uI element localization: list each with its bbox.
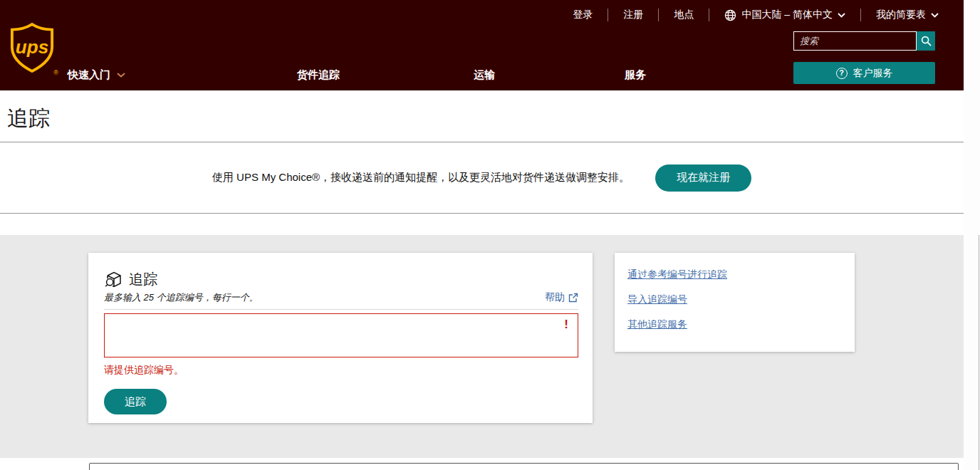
site-header: ups ® 登录 注册 地点 中国大陆 – 简体中文 — [0, 0, 964, 90]
register-link[interactable]: 注册 — [623, 9, 643, 21]
chevron-down-icon — [838, 13, 845, 18]
locations-link[interactable]: 地点 — [674, 9, 694, 21]
tracking-card-subrow: 最多输入 25 个追踪编号，每行一个。 帮助 — [104, 291, 578, 304]
title-band: 追踪 — [0, 90, 964, 142]
scrollbar-track[interactable] — [964, 0, 980, 470]
registered-mark: ® — [53, 69, 58, 76]
exclamation-icon: ! — [564, 318, 568, 332]
tracking-card: 追踪 最多输入 25 个追踪编号，每行一个。 帮助 — [88, 253, 593, 423]
import-tracking-numbers-link[interactable]: 导入追踪编号 — [627, 293, 842, 306]
search-icon — [921, 36, 932, 46]
language-label: 中国大陆 – 简体中文 — [741, 9, 833, 21]
globe-icon — [724, 9, 736, 21]
error-message: 请提供追踪编号。 — [104, 364, 578, 377]
page: ups ® 登录 注册 地点 中国大陆 – 简体中文 — [0, 0, 964, 470]
tracking-numbers-textarea[interactable] — [104, 313, 578, 357]
customer-service-label: 客户服务 — [853, 67, 893, 80]
tracking-card-subtitle: 最多输入 25 个追踪编号，每行一个。 — [104, 291, 259, 304]
locations-label: 地点 — [674, 9, 694, 21]
nav-services[interactable]: 服务 — [625, 68, 646, 82]
divider — [608, 9, 608, 21]
signup-now-button[interactable]: 现在就注册 — [655, 164, 751, 192]
nav-tracking[interactable]: 货件追踪 — [297, 68, 340, 82]
banner-text: 使用 UPS My Choice®，接收递送前的通知提醒，以及更灵活地对货件递送… — [212, 171, 630, 184]
nav-quick-start-label: 快速入门 — [68, 68, 110, 82]
scrollbar-edge-line — [979, 235, 979, 470]
external-link-icon — [568, 293, 578, 303]
track-by-reference-link[interactable]: 通过参考编号进行追踪 — [627, 268, 842, 281]
mychoice-banner: 使用 UPS My Choice®，接收递送前的通知提醒，以及更灵活地对货件递送… — [0, 142, 964, 214]
profile-label: 我的简要表 — [876, 9, 926, 21]
tracking-section: 追踪 最多输入 25 个追踪编号，每行一个。 帮助 — [0, 235, 964, 458]
tracking-card-title: 追踪 — [129, 270, 157, 289]
ups-logo[interactable]: ups ® — [10, 22, 57, 76]
track-button[interactable]: 追踪 — [104, 389, 167, 414]
question-circle-icon: ? — [836, 68, 848, 79]
textarea-wrap: ! — [104, 313, 578, 357]
nav-tracking-label: 货件追踪 — [297, 68, 340, 82]
tracking-links-card: 通过参考编号进行追踪 导入追踪编号 其他追踪服务 — [615, 253, 855, 352]
package-search-icon — [104, 270, 123, 289]
bottom-band — [0, 458, 964, 470]
login-label: 登录 — [573, 9, 593, 21]
page-title: 追踪 — [0, 90, 964, 133]
next-card-partial — [89, 463, 959, 470]
other-tracking-services-link[interactable]: 其他追踪服务 — [627, 318, 842, 331]
nav-quick-start[interactable]: 快速入门 — [68, 68, 125, 82]
customer-service-button[interactable]: ? 客户服务 — [793, 62, 935, 84]
nav-shipping-label: 运输 — [474, 68, 495, 82]
nav-services-label: 服务 — [625, 68, 646, 82]
divider — [709, 9, 709, 21]
spacer — [0, 214, 964, 235]
register-label: 注册 — [623, 9, 643, 21]
divider — [658, 9, 659, 21]
chevron-down-icon — [117, 73, 125, 78]
profile-menu[interactable]: 我的简要表 — [876, 9, 939, 21]
help-label: 帮助 — [545, 291, 565, 304]
help-link[interactable]: 帮助 — [545, 291, 578, 304]
utility-nav: 登录 注册 地点 中国大陆 – 简体中文 我的简要表 — [573, 9, 939, 21]
tracking-card-header: 追踪 — [104, 270, 578, 288]
svg-text:ups: ups — [16, 36, 48, 58]
language-selector[interactable]: 中国大陆 – 简体中文 — [724, 9, 845, 21]
divider — [860, 9, 861, 21]
divider — [104, 309, 578, 310]
site-search — [793, 31, 935, 51]
login-link[interactable]: 登录 — [573, 9, 593, 21]
search-input[interactable] — [793, 31, 917, 51]
nav-shipping[interactable]: 运输 — [474, 68, 495, 82]
chevron-down-icon — [931, 13, 939, 18]
search-button[interactable] — [917, 31, 935, 51]
ups-shield-icon: ups — [10, 22, 54, 73]
